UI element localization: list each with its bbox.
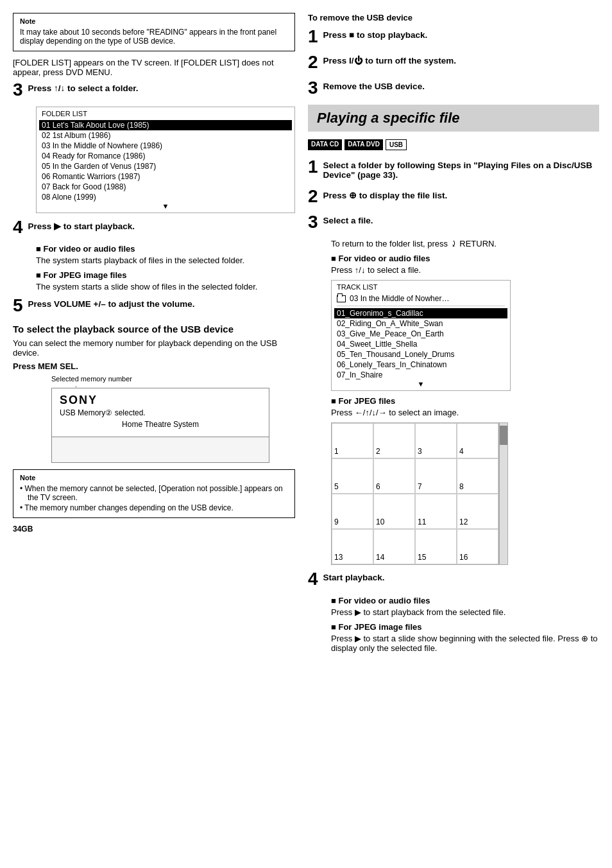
right-step-3-sub2-text: Press ←/↑/↓/→ to select an image. [331,408,599,417]
grid-cell-6: 6 [373,458,415,494]
grid-cell-13: 13 [332,529,373,564]
image-grid-scrollbar[interactable] [499,422,508,565]
step-4-sub1-title: ■ For video or audio files [36,244,295,254]
scrollbar-thumb [500,426,507,445]
right-step-1-num: 1 [308,158,318,176]
memory-label-text: Selected memory number [51,375,132,383]
right-step-3-label: Select a file. [323,216,373,225]
remove-step-3-label: Remove the USB device. [323,82,425,91]
remove-step-1-block: 1 Press ■ to stop playback. [308,28,599,46]
note-small-item-1: • When the memory cannot be selected, [O… [20,484,288,502]
folder-list-item-3: 04 Ready for Romance (1986) [42,151,289,161]
folder-list-item-4: 05 In the Garden of Venus (1987) [42,161,289,171]
remove-step-2-block: 2 Press I/⏻ to turn off the system. [308,53,599,71]
folder-list-item-7: 08 Alone (1999) [42,192,289,202]
remove-step-3-num: 3 [308,79,318,97]
right-step-3-sub2: ■ For JPEG files Press ←/↑/↓/→ to select… [331,396,599,417]
memory-box-bottom [52,437,269,462]
track-item-0: 01_Geronimo_s_Cadillac [334,308,507,318]
grid-cell-14: 14 [373,529,415,564]
right-step-3-sub1-title: ■ For video or audio files [331,254,599,263]
right-step-4-block: 4 Start playback. [308,570,599,588]
track-item-4: 05_Ten_Thousand_Lonely_Drums [337,349,505,360]
right-step-2-num: 2 [308,187,318,205]
badge-data-dvd: DATA DVD [344,139,383,150]
folder-list-item-6: 07 Back for Good (1988) [42,182,289,192]
track-list-box: TRACK LIST 03 In the Middle of Nowher… 0… [331,280,511,391]
memory-desc: USB Memory② selected. [60,408,261,417]
usb-intro: You can select the memory number for pla… [13,338,295,358]
right-step-3-sub2-title: ■ For JPEG files [331,396,599,406]
grid-cell-4: 4 [457,423,498,458]
step-5-label: Press VOLUME +/– to adjust the volume. [28,299,195,309]
right-step-4-label: Start playback. [323,573,385,582]
step-3-num: 3 [13,81,23,99]
right-step-3-return: To return to the folder list, press ⤸ RE… [331,239,599,248]
right-step-1-text: Select a folder by following Steps in "P… [308,158,599,180]
note-label-1: Note [20,17,288,25]
note-text-1: It may take about 10 seconds before "REA… [20,28,288,46]
right-step-4-sub1-text: Press ▶ to start playback from the selec… [331,607,599,617]
remove-step-2-text: Press I/⏻ to turn off the system. [308,53,599,65]
folder-list-item-0: 01 Let's Talk About Love (1985) [39,120,292,130]
remove-step-3-text: Remove the USB device. [308,79,599,91]
home-theatre: Home Theatre System [60,420,261,429]
right-step-4-sub1: ■ For video or audio files Press ▶ to st… [331,596,599,617]
track-list-more: ▼ [337,380,505,388]
track-item-1: 02_Riding_On_A_White_Swan [337,318,505,329]
step-5-text: Press VOLUME +/– to adjust the volume. [13,297,295,309]
sony-logo: SONY [60,394,261,407]
track-folder-item: 03 In the Middle of Nowher… [337,293,505,304]
track-item-5: 06_Lonely_Tears_In_Chinatown [337,360,505,370]
section-banner: Playing a specific file [308,105,599,132]
right-column: To remove the USB device 1 Press ■ to st… [308,13,599,855]
right-step-2-block: 2 Press ⊕ to display the file list. [308,187,599,205]
folder-icon [337,295,346,302]
track-list-title: TRACK LIST [337,283,505,291]
step-3-text: Press ↑/↓ to select a folder. [13,81,295,93]
right-step-3-sub1-text: Press ↑/↓ to select a file. [331,265,599,275]
press-mem: Press MEM SEL. [13,361,295,371]
image-grid: 1 2 3 4 5 6 7 8 9 10 11 12 13 14 15 16 [331,422,499,565]
remove-step-3-block: 3 Remove the USB device. [308,79,599,97]
grid-cell-3: 3 [415,423,457,458]
right-step-4-sub2: ■ For JPEG image files Press ▶ to start … [331,622,599,653]
folder-list-box: FOLDER LIST 01 Let's Talk About Love (19… [36,107,295,213]
right-step-2-text: Press ⊕ to display the file list. [308,187,599,200]
step-3-label: Press ↑/↓ to select a folder. [28,83,139,93]
badge-usb: USB [386,139,407,150]
image-grid-container: 1 2 3 4 5 6 7 8 9 10 11 12 13 14 15 16 [331,422,599,565]
step-4-block: 4 Press ▶ to start playback. [13,218,295,236]
right-step-3-block: 3 Select a file. [308,213,599,231]
step-3-block: 3 Press ↑/↓ to select a folder. [13,81,295,99]
track-item-3: 04_Sweet_Little_Shella [337,339,505,349]
step-4-sub1-text: The system starts playback of files in t… [36,256,295,265]
grid-cell-8: 8 [457,458,498,494]
section-banner-title: Playing a specific file [317,110,590,126]
remove-step-2-num: 2 [308,53,318,71]
memory-box: SONY USB Memory② selected. Home Theatre … [51,388,269,463]
step-4-label: Press ▶ to start playback. [28,221,135,231]
right-step-4-sub2-text: Press ▶ to start a slide show beginning … [331,634,599,653]
return-text: To return to the folder list, press ⤸ RE… [331,239,599,248]
remove-step-2-label: Press I/⏻ to turn off the system. [323,56,457,65]
note-content-1: It may take about 10 seconds before "REA… [20,28,288,46]
step-4-sub2-title: ■ For JPEG image files [36,270,295,280]
page-number: 34GB [13,525,295,534]
right-step-2-label: Press ⊕ to display the file list. [323,191,448,200]
remove-step-1-text: Press ■ to stop playback. [308,28,599,40]
right-step-4-sub2-title: ■ For JPEG image files [331,622,599,632]
track-folder-text: 03 In the Middle of Nowher… [350,294,449,303]
right-step-4-sub1-title: ■ For video or audio files [331,596,599,605]
folder-list-item-1: 02 1st Album (1986) [42,130,289,141]
note-box-1: Note It may take about 10 seconds before… [13,13,295,51]
folder-list-item-5: 06 Romantic Warriors (1987) [42,171,289,182]
grid-cell-7: 7 [415,458,457,494]
grid-cell-9: 9 [332,494,373,529]
grid-cell-2: 2 [373,423,415,458]
grid-cell-5: 5 [332,458,373,494]
right-step-3-sub1: ■ For video or audio files Press ↑/↓ to … [331,254,599,275]
folder-list-item-2: 03 In the Middle of Nowhere (1986) [42,141,289,151]
step-4-num: 4 [13,218,23,236]
right-step-4-text: Start playback. [308,570,599,582]
